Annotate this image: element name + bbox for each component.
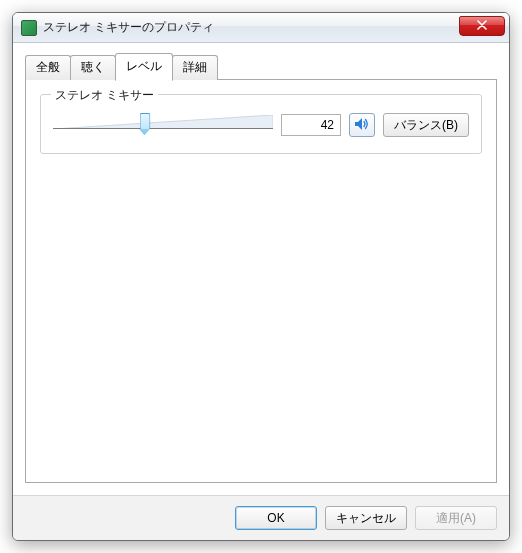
close-button[interactable]: [459, 16, 505, 36]
slider-wedge-icon: [53, 115, 273, 129]
tab-advanced[interactable]: 詳細: [172, 55, 218, 80]
dialog-footer: OK キャンセル 適用(A): [13, 495, 509, 540]
ok-button[interactable]: OK: [235, 506, 317, 530]
balance-button[interactable]: バランス(B): [383, 113, 469, 137]
level-row: バランス(B): [53, 111, 469, 139]
speaker-icon: [354, 117, 370, 134]
tab-listen[interactable]: 聴く: [70, 55, 116, 80]
tab-level[interactable]: レベル: [115, 53, 173, 81]
dialog-window: ステレオ ミキサーのプロパティ 全般 聴く レベル 詳細 ステレオ ミキサー: [12, 12, 510, 541]
app-icon: [21, 20, 37, 36]
group-stereo-mixer: ステレオ ミキサー: [40, 94, 482, 154]
volume-slider[interactable]: [53, 111, 273, 139]
tab-general[interactable]: 全般: [25, 55, 71, 80]
tab-panel-level: ステレオ ミキサー: [25, 79, 497, 483]
client-area: 全般 聴く レベル 詳細 ステレオ ミキサー: [13, 43, 509, 495]
title-bar: ステレオ ミキサーのプロパティ: [13, 13, 509, 43]
volume-value-input[interactable]: [281, 114, 341, 136]
apply-button[interactable]: 適用(A): [415, 506, 497, 530]
close-icon: [477, 19, 487, 33]
slider-thumb[interactable]: [140, 113, 151, 135]
cancel-button[interactable]: キャンセル: [325, 506, 407, 530]
mute-button[interactable]: [349, 113, 375, 137]
window-title: ステレオ ミキサーのプロパティ: [43, 19, 214, 36]
group-label: ステレオ ミキサー: [51, 87, 158, 104]
tab-strip: 全般 聴く レベル 詳細: [25, 53, 497, 80]
svg-marker-0: [53, 115, 273, 129]
